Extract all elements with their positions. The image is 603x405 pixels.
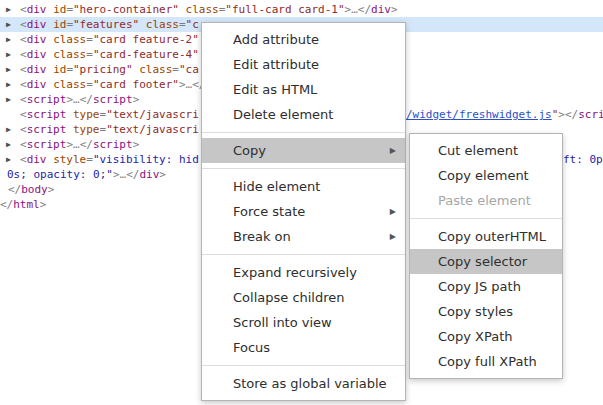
menu-item-label: Copy [233, 143, 266, 158]
menu-item-copy-outerhtml[interactable]: Copy outerHTML [410, 224, 562, 249]
code-attribute-name: class [53, 48, 86, 61]
menu-item-cut-element[interactable]: Cut element [410, 138, 562, 163]
menu-item-label: Store as global variable [233, 376, 387, 391]
code-punctuation: > [113, 168, 120, 181]
code-tag-name: div [27, 33, 47, 46]
menu-item-store-as-global-variable[interactable]: Store as global variable [202, 371, 405, 396]
code-tag-name: script [93, 93, 133, 106]
code-space [139, 18, 146, 31]
menu-item-break-on[interactable]: Break on▶ [202, 224, 405, 249]
menu-item-force-state[interactable]: Force state▶ [202, 199, 405, 224]
code-space [66, 123, 73, 136]
expand-triangle-icon[interactable]: ▶ [6, 152, 18, 167]
code-tag-name: script [27, 93, 67, 106]
menu-item-add-attribute[interactable]: Add attribute [202, 27, 405, 52]
expand-triangle-icon[interactable]: ▶ [6, 32, 18, 47]
code-attribute-value: "pricing" [73, 63, 133, 76]
menu-item-label: Scroll into view [233, 315, 332, 330]
menu-item-collapse-children[interactable]: Collapse children [202, 285, 405, 310]
code-punctuation: </ [126, 168, 139, 181]
expand-triangle-icon[interactable]: ▶ [6, 137, 18, 152]
code-tag-name: div [139, 168, 159, 181]
code-punctuation: > [40, 198, 47, 211]
context-menu: Add attributeEdit attributeEdit as HTMLD… [201, 22, 406, 401]
code-attribute-value: "text/javascri [106, 123, 199, 136]
code-style-value: "visibility: hid [93, 153, 199, 166]
code-punctuation: = [66, 18, 73, 31]
code-tag-name: html [13, 198, 40, 211]
code-punctuation: = [66, 63, 73, 76]
menu-item-edit-attribute[interactable]: Edit attribute [202, 52, 405, 77]
code-punctuation: < [20, 138, 27, 151]
code-attribute-name: type [73, 123, 100, 136]
expand-triangle-icon[interactable]: ▶ [6, 92, 18, 107]
code-attribute-name: id [53, 18, 66, 31]
menu-item-edit-as-html[interactable]: Edit as HTML [202, 77, 405, 102]
code-punctuation: = [86, 153, 93, 166]
code-tag-name: div [371, 3, 391, 16]
code-attribute-name: style [53, 153, 86, 166]
menu-item-expand-recursively[interactable]: Expand recursively [202, 260, 405, 285]
code-punctuation: = [86, 33, 93, 46]
menu-item-label: Copy element [438, 168, 529, 183]
expand-triangle-icon[interactable]: ▶ [6, 47, 18, 62]
code-punctuation: < [20, 33, 27, 46]
menu-separator [202, 132, 405, 133]
code-punctuation: > [133, 93, 140, 106]
code-punctuation: < [20, 78, 27, 91]
code-style-value: 0s; opacity: 0;" [7, 168, 113, 181]
menu-item-copy[interactable]: Copy▶ [202, 138, 405, 163]
menu-item-label: Break on [233, 229, 291, 244]
devtools-elements-panel: ▶<div id="hero-container" class="full-ca… [0, 0, 603, 405]
code-attribute-name: id [53, 3, 66, 16]
code-punctuation: < [20, 3, 27, 16]
code-ellipsis-icon: … [351, 3, 358, 16]
code-tag-name: div [27, 18, 47, 31]
menu-item-copy-selector[interactable]: Copy selector [410, 249, 562, 274]
menu-item-copy-xpath[interactable]: Copy XPath [410, 324, 562, 349]
code-attribute-link[interactable]: /widget/freshwidget.js [406, 108, 552, 121]
code-punctuation: < [20, 153, 27, 166]
menu-separator [410, 218, 562, 219]
menu-item-scroll-into-view[interactable]: Scroll into view [202, 310, 405, 335]
code-attribute-name: class [53, 33, 86, 46]
menu-item-copy-full-xpath[interactable]: Copy full XPath [410, 349, 562, 374]
code-punctuation: > [66, 93, 73, 106]
expand-triangle-icon[interactable]: ▶ [6, 122, 18, 137]
expand-triangle-icon[interactable]: ▶ [6, 17, 18, 32]
menu-item-copy-element[interactable]: Copy element [410, 163, 562, 188]
menu-item-delete-element[interactable]: Delete element [202, 102, 405, 127]
code-attribute-name: class [139, 63, 172, 76]
code-attribute-value: "c [186, 18, 199, 31]
menu-separator [202, 365, 405, 366]
code-punctuation: = [66, 3, 73, 16]
menu-item-focus[interactable]: Focus [202, 335, 405, 360]
code-attribute-value: "hero-container" [73, 3, 179, 16]
code-punctuation: </ [0, 198, 13, 211]
code-tag-name: script [27, 108, 67, 121]
code-punctuation: = [86, 48, 93, 61]
expand-triangle-icon[interactable]: ▶ [6, 2, 18, 17]
code-space [66, 108, 73, 121]
code-attribute-value: "ca [179, 63, 199, 76]
menu-item-label: Copy XPath [438, 329, 513, 344]
menu-item-label: Focus [233, 340, 270, 355]
expand-triangle-icon[interactable]: ▶ [6, 77, 18, 92]
code-tag-name: script [93, 138, 133, 151]
code-tag-name: div [27, 78, 47, 91]
menu-item-label: Edit as HTML [233, 82, 317, 97]
code-punctuation: < [20, 63, 27, 76]
code-tag-name: body [21, 183, 48, 196]
code-attribute-name: type [73, 108, 100, 121]
expand-triangle-icon[interactable]: ▶ [6, 62, 18, 77]
code-tag-name: div [27, 48, 47, 61]
code-punctuation: = [172, 63, 179, 76]
menu-item-hide-element[interactable]: Hide element [202, 174, 405, 199]
menu-item-paste-element: Paste element [410, 188, 562, 213]
menu-item-copy-styles[interactable]: Copy styles [410, 299, 562, 324]
dom-tree-row[interactable]: ▶<div id="hero-container" class="full-ca… [0, 2, 603, 17]
menu-item-label: Hide element [233, 179, 320, 194]
code-punctuation: = [179, 18, 186, 31]
menu-item-copy-js-path[interactable]: Copy JS path [410, 274, 562, 299]
submenu-arrow-icon: ▶ [390, 199, 396, 224]
